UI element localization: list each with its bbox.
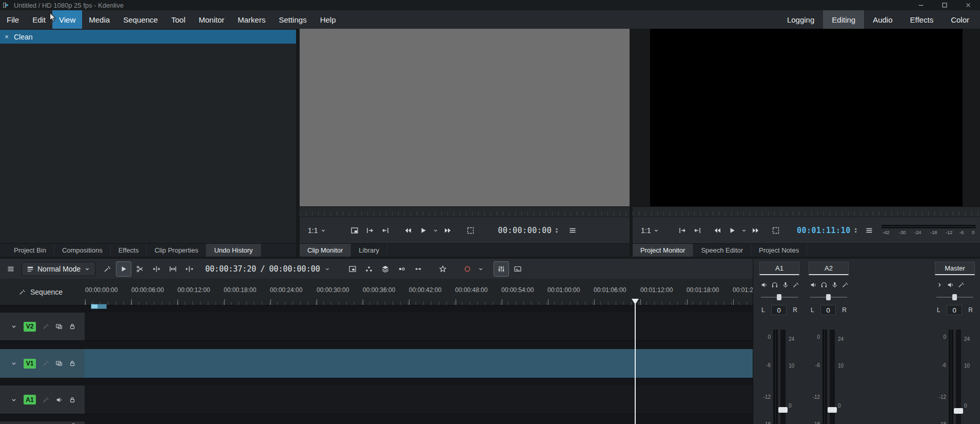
record-options-button[interactable] bbox=[476, 261, 485, 277]
menu-markers[interactable]: Markers bbox=[231, 10, 272, 29]
clip-monitor-zoom-select[interactable]: 1:1 bbox=[308, 226, 326, 235]
volume-value[interactable]: 0 bbox=[947, 305, 962, 315]
project-monitor-zoom-select[interactable]: 1:1 bbox=[641, 226, 659, 235]
volume-value[interactable]: 0 bbox=[771, 305, 787, 315]
audio-mixer-toggle-button[interactable] bbox=[494, 261, 509, 277]
record-mic-icon[interactable] bbox=[782, 281, 789, 288]
project-monitor-seekbar[interactable] bbox=[633, 206, 980, 217]
mute-icon[interactable] bbox=[810, 281, 817, 288]
pan-slider[interactable] bbox=[759, 294, 799, 301]
mix-clips-button[interactable] bbox=[394, 261, 409, 277]
tab-clip-properties[interactable]: Clip Properties bbox=[147, 244, 206, 257]
volume-fader[interactable]: 0 -6 -12 -18 24 10 0 bbox=[809, 327, 849, 424]
undo-history-entry[interactable]: × Clean bbox=[0, 30, 296, 44]
close-button[interactable] bbox=[956, 0, 980, 10]
timecode-spinner-icon[interactable] bbox=[853, 227, 859, 234]
volume-value[interactable]: 0 bbox=[820, 305, 836, 315]
tab-compositions[interactable]: Compositions bbox=[54, 244, 111, 257]
lock-icon[interactable] bbox=[69, 360, 76, 367]
monitor-overlay-button[interactable] bbox=[347, 223, 362, 238]
lock-icon[interactable] bbox=[69, 396, 76, 403]
fit-zoom-button[interactable] bbox=[165, 261, 181, 277]
tab-project-bin[interactable]: Project Bin bbox=[6, 244, 54, 257]
subtitles-button[interactable] bbox=[510, 261, 525, 277]
effects-wand-icon[interactable] bbox=[957, 281, 965, 288]
chevron-down-icon[interactable] bbox=[10, 360, 17, 367]
menu-view[interactable]: View bbox=[52, 10, 82, 29]
video-track-icon[interactable] bbox=[55, 323, 63, 330]
favorite-effects-button[interactable] bbox=[435, 261, 450, 277]
sequence-header[interactable]: Sequence bbox=[0, 279, 85, 305]
workspace-color[interactable]: Color bbox=[942, 10, 978, 29]
play-options-button[interactable] bbox=[431, 223, 440, 238]
workspace-editing[interactable]: Editing bbox=[823, 10, 864, 29]
project-monitor-menu-button[interactable] bbox=[861, 223, 876, 238]
track-name-badge[interactable]: V1 bbox=[24, 359, 36, 369]
menu-sequence[interactable]: Sequence bbox=[116, 10, 165, 29]
zone-out-button[interactable] bbox=[690, 223, 704, 238]
timeline-wand-button[interactable] bbox=[100, 261, 115, 277]
menu-help[interactable]: Help bbox=[313, 10, 343, 29]
timeline-play-button[interactable] bbox=[116, 261, 131, 277]
tab-library[interactable]: Library bbox=[351, 244, 387, 257]
mute-icon[interactable] bbox=[760, 281, 768, 288]
track-lane-a1[interactable] bbox=[85, 386, 753, 414]
timeline-menu-button[interactable] bbox=[3, 261, 18, 277]
workspace-audio[interactable]: Audio bbox=[864, 10, 901, 29]
overwrite-zone-button[interactable] bbox=[345, 261, 360, 277]
cut-button[interactable] bbox=[132, 261, 148, 277]
track-effects-icon[interactable] bbox=[42, 323, 49, 330]
clip-monitor-timecode[interactable]: 00:00:00:00 bbox=[498, 226, 552, 235]
zone-in-button[interactable] bbox=[362, 223, 378, 238]
timeline-zone[interactable] bbox=[91, 304, 107, 309]
insert-zone-button[interactable] bbox=[361, 261, 377, 277]
play-button[interactable] bbox=[724, 223, 739, 238]
track-effects-icon[interactable] bbox=[42, 360, 49, 367]
volume-fader[interactable]: 0 -6 -12 -18 24 10 0 bbox=[759, 327, 799, 424]
tab-clip-monitor[interactable]: Clip Monitor bbox=[300, 244, 351, 257]
volume-fader[interactable]: 0 -6 -12 -18 24 10 0 bbox=[935, 327, 975, 424]
lock-icon[interactable] bbox=[69, 323, 76, 330]
loop-zone-button[interactable] bbox=[769, 223, 783, 238]
menu-tool[interactable]: Tool bbox=[165, 10, 192, 29]
undo-history-list[interactable] bbox=[0, 44, 296, 243]
play-button[interactable] bbox=[416, 223, 431, 238]
lift-button[interactable] bbox=[410, 261, 426, 277]
fader-handle[interactable] bbox=[778, 407, 788, 413]
playhead-handle[interactable] bbox=[632, 299, 639, 304]
track-lane-v2[interactable] bbox=[85, 313, 753, 341]
tab-effects[interactable]: Effects bbox=[111, 244, 147, 257]
menu-settings[interactable]: Settings bbox=[272, 10, 313, 29]
project-monitor-timecode[interactable]: 00:01:11:10 bbox=[797, 226, 851, 235]
play-options-button[interactable] bbox=[739, 223, 748, 238]
tab-project-monitor[interactable]: Project Monitor bbox=[633, 244, 693, 257]
split-button[interactable] bbox=[182, 261, 197, 277]
monitor-headphones-icon[interactable] bbox=[820, 281, 828, 288]
chevron-down-icon[interactable] bbox=[10, 396, 17, 403]
pan-handle[interactable] bbox=[826, 294, 831, 300]
forward-button[interactable] bbox=[440, 223, 456, 238]
extract-zone-button[interactable] bbox=[378, 261, 393, 277]
zone-in-button[interactable] bbox=[675, 223, 690, 238]
video-track-icon[interactable] bbox=[55, 360, 63, 367]
clip-monitor-seekbar[interactable] bbox=[300, 206, 630, 217]
effects-wand-icon[interactable] bbox=[841, 281, 849, 288]
pan-handle[interactable] bbox=[777, 294, 781, 300]
timecode-spinner-icon[interactable] bbox=[554, 227, 560, 234]
tab-speech-editor[interactable]: Speech Editor bbox=[693, 244, 751, 257]
channel-label[interactable]: A1 bbox=[759, 262, 799, 275]
menu-file[interactable]: File bbox=[0, 10, 26, 29]
tab-project-notes[interactable]: Project Notes bbox=[751, 244, 807, 257]
timeline-ruler[interactable]: 00:00:00:00 00:00:06:00 00:00:12:00 00:0… bbox=[85, 279, 753, 305]
effects-wand-icon[interactable] bbox=[792, 281, 799, 288]
timeline-timecodes[interactable]: 00:00:37:20 / 00:00:00:00 bbox=[205, 264, 330, 274]
pan-slider[interactable] bbox=[809, 294, 849, 301]
pan-handle[interactable] bbox=[952, 294, 957, 300]
tab-undo-history[interactable]: Undo History bbox=[206, 244, 261, 257]
minimize-button[interactable] bbox=[909, 0, 933, 10]
fader-handle[interactable] bbox=[954, 408, 963, 414]
clip-monitor-menu-button[interactable] bbox=[565, 223, 580, 238]
menu-edit[interactable]: Edit bbox=[26, 10, 52, 29]
zone-out-button[interactable] bbox=[378, 223, 393, 238]
rewind-button[interactable] bbox=[710, 223, 724, 238]
